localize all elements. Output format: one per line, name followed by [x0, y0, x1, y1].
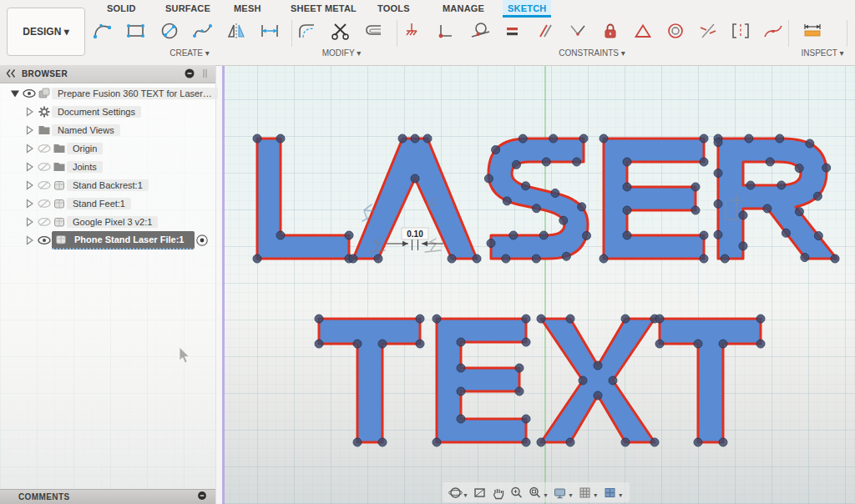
sketch-point-handle[interactable]: [539, 231, 548, 239]
sketch-letter-E2[interactable]: [437, 319, 526, 442]
tab-solid[interactable]: SOLID: [102, 0, 141, 17]
sketch-point-handle[interactable]: [349, 255, 357, 263]
component-group-icon[interactable]: [37, 86, 52, 101]
group-label[interactable]: MODIFY ▾: [322, 48, 362, 58]
sketch-point-handle[interactable]: [503, 197, 511, 205]
sketch-point-handle[interactable]: [700, 231, 708, 239]
trim-icon[interactable]: [328, 18, 353, 43]
sketch-point-handle[interactable]: [782, 229, 790, 237]
sketch-point-handle[interactable]: [345, 231, 353, 239]
sketch-point-handle[interactable]: [515, 364, 524, 372]
sketch-point-handle[interactable]: [253, 255, 261, 263]
tab-sketch[interactable]: SKETCH: [503, 0, 551, 18]
eye-hidden-icon[interactable]: [37, 178, 52, 193]
sketch-point-handle[interactable]: [650, 438, 659, 446]
sketch-point-handle[interactable]: [416, 315, 424, 323]
sketch-point-handle[interactable]: [532, 204, 540, 213]
expander-closed-icon[interactable]: [22, 141, 37, 156]
sketch-point-handle[interactable]: [423, 134, 432, 143]
sketch-point-handle[interactable]: [578, 203, 586, 211]
perpendicular-icon[interactable]: [565, 18, 590, 43]
browser-row[interactable]: Google Pixel 3 v2:1: [0, 213, 215, 230]
group-label[interactable]: INSPECT ▾: [802, 48, 844, 58]
circle-icon[interactable]: [157, 18, 182, 43]
sketch-point-handle[interactable]: [806, 139, 814, 148]
sketch-point-handle[interactable]: [559, 216, 568, 224]
sketch-point-handle[interactable]: [691, 183, 700, 191]
sketch-point-handle[interactable]: [573, 158, 581, 166]
sketch-point-handle[interactable]: [473, 255, 481, 263]
sketch-point-handle[interactable]: [457, 415, 465, 423]
sketch-point-handle[interactable]: [756, 315, 765, 323]
sketch-point-handle[interactable]: [562, 252, 570, 260]
sketch-point-handle[interactable]: [831, 255, 839, 263]
sketch-point-handle[interactable]: [739, 242, 747, 250]
fit-icon[interactable]: [526, 483, 544, 501]
sketch-point-handle[interactable]: [700, 134, 708, 143]
sketch-point-handle[interactable]: [276, 134, 285, 143]
tab-sheet-metal[interactable]: SHEET METAL: [286, 0, 362, 17]
eye-icon[interactable]: [37, 233, 52, 248]
browser-row-label[interactable]: Prepare Fusion 360 TEXT for Laser…: [52, 88, 218, 99]
eye-hidden-icon[interactable]: [37, 196, 52, 211]
sketch-point-handle[interactable]: [353, 438, 362, 446]
browser-row-label[interactable]: Stand Feet:1: [67, 198, 131, 209]
rectangle-icon[interactable]: [124, 18, 149, 43]
sketch-point-handle[interactable]: [795, 208, 803, 216]
sketch-point-handle[interactable]: [374, 255, 382, 263]
sketch-letter-T1[interactable]: [319, 319, 420, 442]
eye-hidden-icon[interactable]: [37, 141, 52, 156]
sketch-point-handle[interactable]: [623, 231, 631, 239]
sketch-point-handle[interactable]: [519, 134, 527, 143]
sketch-point-handle[interactable]: [457, 387, 465, 396]
browser-row-label[interactable]: Phone Stand Laser File:1: [68, 234, 190, 245]
sketch-point-handle[interactable]: [378, 340, 387, 348]
expander-closed-icon[interactable]: [22, 196, 37, 211]
expander-closed-icon[interactable]: [22, 123, 37, 138]
viewports-icon[interactable]: [601, 483, 620, 501]
tab-surface[interactable]: SURFACE: [160, 0, 215, 17]
browser-row[interactable]: Named Views: [0, 121, 215, 139]
browser-row-label[interactable]: Origin: [67, 143, 103, 154]
sketch-point-handle[interactable]: [609, 376, 617, 385]
sketch-point-handle[interactable]: [623, 183, 631, 191]
browser-row-label[interactable]: Google Pixel 3 v2:1: [67, 216, 158, 228]
sketch-point-handle[interactable]: [776, 134, 784, 143]
sketch-point-handle[interactable]: [448, 255, 456, 263]
sketch-point-handle[interactable]: [763, 204, 772, 213]
tangent-icon[interactable]: [468, 18, 493, 43]
line-arc-icon[interactable]: [90, 18, 115, 43]
orbit-dropdown-caret[interactable]: ▼: [463, 492, 468, 498]
gear-icon[interactable]: [37, 104, 52, 119]
sketch-point-handle[interactable]: [579, 376, 587, 385]
sketch-point-handle[interactable]: [537, 438, 545, 446]
expander-closed-icon[interactable]: [22, 214, 37, 229]
panel-grip-icon[interactable]: [197, 66, 212, 83]
sketch-point-handle[interactable]: [492, 146, 500, 154]
sketch-point-handle[interactable]: [582, 231, 590, 239]
parallel-icon[interactable]: [533, 18, 558, 43]
sketch-point-handle[interactable]: [719, 438, 727, 446]
pan-icon[interactable]: [489, 483, 508, 501]
equal-icon[interactable]: [500, 18, 525, 43]
sketch-point-handle[interactable]: [746, 181, 755, 189]
sketch-point-handle[interactable]: [801, 254, 809, 262]
viewports-dropdown-caret[interactable]: ▼: [618, 492, 624, 498]
grid-settings-icon[interactable]: [576, 483, 594, 501]
sketch-point-handle[interactable]: [691, 206, 700, 214]
sketch-point-handle[interactable]: [515, 387, 524, 396]
look-at-icon[interactable]: [471, 483, 489, 501]
sketch-point-handle[interactable]: [621, 438, 630, 446]
sketch-point-handle[interactable]: [579, 134, 588, 143]
sketch-point-handle[interactable]: [276, 231, 285, 239]
sketch-point-handle[interactable]: [600, 134, 608, 143]
browser-row[interactable]: Prepare Fusion 360 TEXT for Laser…: [0, 84, 215, 102]
smooth-icon[interactable]: [761, 18, 786, 43]
sketch-point-handle[interactable]: [621, 315, 630, 323]
expander-closed-icon[interactable]: [22, 159, 37, 174]
sketch-point-handle[interactable]: [745, 134, 753, 143]
expander-closed-icon[interactable]: [22, 233, 37, 248]
collapse-panel-icon[interactable]: [3, 66, 18, 83]
sketch-point-handle[interactable]: [739, 211, 747, 219]
sketch-letter-A[interactable]: [353, 139, 477, 259]
